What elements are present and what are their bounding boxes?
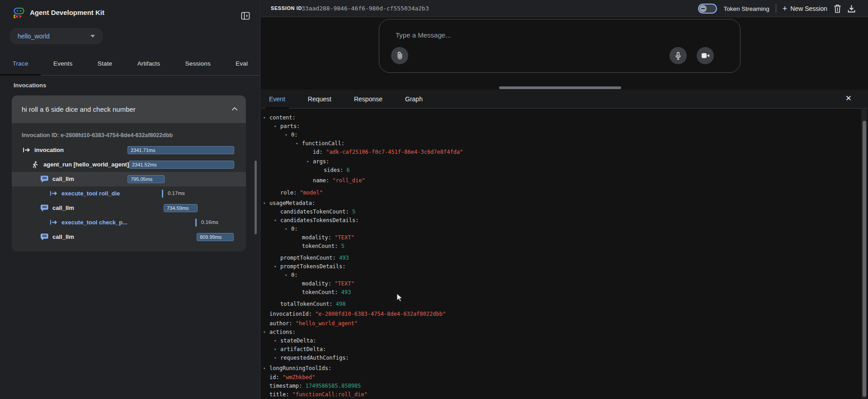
tree-collapse-icon[interactable]: ▾ xyxy=(307,157,313,166)
trace-span-label: call_llm xyxy=(52,204,74,211)
tree-collapse-icon[interactable]: ▾ xyxy=(263,114,269,122)
video-button[interactable] xyxy=(697,47,714,64)
trace-row-call_llm[interactable]: call_llm795.05ms xyxy=(12,172,246,186)
chat-horizontal-scrollbar[interactable] xyxy=(499,86,621,89)
trace-row-invocation[interactable]: invocation2341.71ms xyxy=(12,143,246,157)
tree-key: tokenCount: xyxy=(302,289,338,295)
adk-logo-icon xyxy=(13,6,25,19)
close-detail-button[interactable]: ✕ xyxy=(845,94,852,103)
token-streaming-label: Token Streaming xyxy=(723,5,769,12)
tree-key: title: xyxy=(269,391,289,398)
tree-collapse-icon[interactable]: ▾ xyxy=(285,225,291,233)
chevron-up-icon[interactable] xyxy=(231,107,238,111)
tree-row: modality: "TEXT" xyxy=(263,233,463,242)
tree-key: id: xyxy=(269,374,279,380)
llm-chat-icon xyxy=(41,233,48,242)
detail-tab-event[interactable]: Event xyxy=(269,90,285,109)
minus-icon xyxy=(701,8,705,9)
tree-collapse-icon[interactable]: ▾ xyxy=(274,262,280,271)
tree-value: 493 xyxy=(336,255,349,261)
export-session-button[interactable] xyxy=(848,5,855,13)
llm-chat-icon xyxy=(41,204,48,214)
event-detail-panel: ▾content:▾parts:▾0:▾functionCall:id: "ad… xyxy=(261,109,868,399)
tree-key: actions: xyxy=(269,329,296,335)
span-arrow-icon xyxy=(50,219,58,227)
tree-key: content: xyxy=(269,114,296,121)
tree-value: 5 xyxy=(349,209,355,215)
tree-key: invocationId: xyxy=(269,311,312,317)
tree-row: ▾promptTokensDetails: xyxy=(263,262,463,271)
trace-row-call_llm[interactable]: call_llm734.59ms xyxy=(12,201,246,215)
toggle-knob xyxy=(699,5,707,12)
trash-icon xyxy=(834,5,841,13)
sidebar-header: Agent Development Kit xyxy=(0,0,260,25)
paperclip-icon xyxy=(396,51,403,60)
tree-key: functionCall: xyxy=(302,140,344,147)
tree-collapse-icon[interactable]: ▾ xyxy=(274,354,280,362)
tree-key: 0: xyxy=(291,226,297,232)
tree-key: modality: xyxy=(302,280,331,287)
tree-row: modality: "TEXT" xyxy=(263,280,463,288)
tree-value: "roll_die" xyxy=(329,177,365,184)
tree-collapse-icon[interactable]: ▾ xyxy=(263,328,269,337)
attach-file-button[interactable] xyxy=(391,47,408,64)
delete-session-button[interactable] xyxy=(834,5,841,13)
header-divider xyxy=(776,4,776,13)
tree-collapse-icon[interactable]: ▾ xyxy=(263,364,269,373)
tree-value: "hello_world_agent" xyxy=(292,320,358,327)
tree-key: usageMetadata: xyxy=(269,200,315,206)
new-session-button[interactable]: + New Session xyxy=(783,5,827,12)
trace-row-execute_tool[interactable]: execute_tool roll_die0.17ms xyxy=(12,186,246,201)
detail-tab-graph[interactable]: Graph xyxy=(405,90,423,109)
tree-collapse-icon[interactable]: ▾ xyxy=(274,216,280,225)
trace-duration-bar: 2341.52ms xyxy=(129,161,234,169)
detail-scrollbar[interactable] xyxy=(863,121,866,397)
sidebar-tab-state[interactable]: State xyxy=(98,52,113,67)
sidebar-scrollbar[interactable] xyxy=(255,161,257,234)
tree-row: id: "adk-caf25106-f0c7-451f-86e4-3c6d7e8… xyxy=(263,148,463,157)
tree-collapse-icon[interactable]: ▾ xyxy=(263,199,269,208)
trace-row-agent_run[interactable]: agent_run [hello_world_agent]2341.52ms xyxy=(12,157,246,172)
sidebar-tab-artifacts[interactable]: Artifacts xyxy=(137,52,160,67)
span-arrow-icon xyxy=(50,190,58,198)
tree-row: totalTokenCount: 498 xyxy=(263,300,463,309)
download-icon xyxy=(848,5,855,13)
tree-row: ▾requestedAuthConfigs: xyxy=(263,354,463,362)
tree-collapse-icon[interactable]: ▾ xyxy=(274,337,280,345)
invocation-id: Invocation ID: e-2808fd10-6383-4754-8de4… xyxy=(22,132,173,138)
trace-row-execute_tool[interactable]: execute_tool check_p...0.16ms xyxy=(12,215,246,230)
trace-span-label: execute_tool check_p... xyxy=(61,219,127,226)
tree-collapse-icon[interactable]: ▾ xyxy=(285,131,291,139)
collapse-sidebar-icon[interactable] xyxy=(241,11,250,20)
trace-tree: invocation2341.71msagent_run [hello_worl… xyxy=(12,143,246,244)
sidebar-tab-trace[interactable]: Trace xyxy=(13,52,28,67)
tree-collapse-icon[interactable]: ▾ xyxy=(285,271,291,280)
sidebar-tab-events[interactable]: Events xyxy=(53,52,72,67)
tree-row: title: "functionCall:roll_die" xyxy=(263,390,463,399)
tree-key: sides: xyxy=(324,167,343,173)
sidebar-tab-eval[interactable]: Eval xyxy=(236,52,248,67)
tree-row: ▾candidatesTokensDetails: xyxy=(263,216,463,225)
trace-duration-bar: 734.59ms xyxy=(164,204,198,212)
agent-select-value: hello_world xyxy=(18,33,90,40)
trace-row-call_llm[interactable]: call_llm809.99ms xyxy=(12,230,246,244)
tree-row: id: "wmZhkbed" xyxy=(263,373,463,382)
tree-row: author: "hello_world_agent" xyxy=(263,319,463,328)
tree-collapse-icon[interactable]: ▾ xyxy=(274,345,280,354)
tree-collapse-icon[interactable]: ▾ xyxy=(274,122,280,131)
sidebar-tab-sessions[interactable]: Sessions xyxy=(185,52,211,67)
invocation-header[interactable]: hi roll a 6 side dice and check number xyxy=(12,95,246,123)
agent-select-dropdown[interactable]: hello_world xyxy=(9,28,103,44)
tree-key: stateDelta: xyxy=(280,337,316,344)
microphone-icon xyxy=(674,52,682,60)
token-streaming-toggle[interactable] xyxy=(698,4,717,14)
tree-key: longRunningToolIds: xyxy=(269,365,331,371)
tree-key: candidatesTokenCount: xyxy=(280,209,349,215)
tree-value: 493 xyxy=(338,289,351,295)
tree-collapse-icon[interactable]: ▾ xyxy=(296,139,302,148)
detail-tab-response[interactable]: Response xyxy=(354,90,382,109)
message-input[interactable]: Type a Message... xyxy=(396,31,451,39)
detail-tab-request[interactable]: Request xyxy=(308,90,331,109)
microphone-button[interactable] xyxy=(670,47,687,64)
main-panel: SESSION ID 33aad288-9846-46f6-980d-cf555… xyxy=(261,0,868,399)
